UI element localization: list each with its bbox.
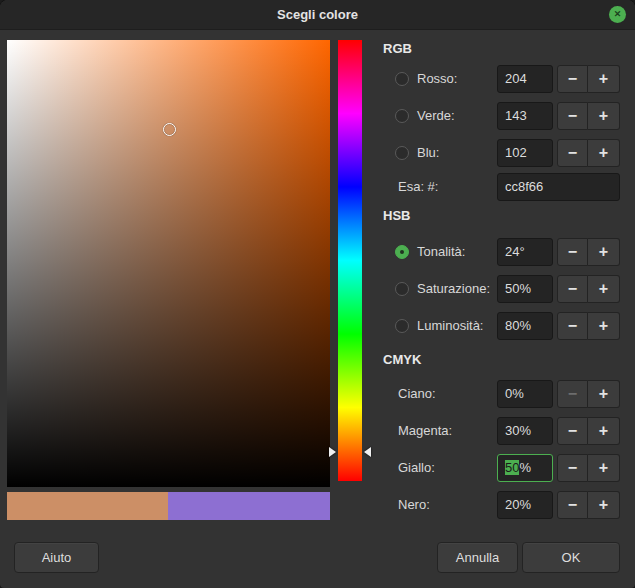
hue-slider[interactable] [338, 40, 362, 481]
row-verde: Verde: 143 − + [383, 102, 620, 130]
radio-blu[interactable] [395, 146, 409, 160]
rosso-label: Rosso: [417, 65, 457, 93]
nero-stepper: − + [557, 491, 620, 519]
nero-label: Nero: [398, 491, 430, 519]
verde-label: Verde: [417, 102, 455, 130]
giallo-field[interactable]: 50% [497, 454, 553, 482]
hue-indicator-left-arrow-icon [329, 447, 336, 457]
row-luminosita: Luminosità: 80% − + [383, 312, 620, 340]
rgb-header: RGB [383, 41, 412, 56]
blu-label: Blu: [417, 139, 439, 167]
hex-label: Esa: #: [398, 173, 438, 201]
giallo-stepper: − + [557, 454, 620, 482]
luminosita-label: Luminosità: [417, 312, 483, 340]
blu-stepper: − + [557, 139, 620, 167]
ciano-plus-button[interactable]: + [588, 380, 620, 408]
nero-field[interactable]: 20% [497, 491, 553, 519]
blu-minus-button[interactable]: − [557, 139, 588, 167]
ok-button[interactable]: OK [522, 542, 620, 573]
hex-field[interactable]: cc8f66 [497, 173, 620, 201]
swatch-previous [168, 492, 330, 520]
magenta-plus-button[interactable]: + [588, 417, 620, 445]
row-tonalita: Tonalità: 24° − + [383, 238, 620, 266]
tonalita-label: Tonalità: [417, 238, 465, 266]
saturazione-stepper: − + [557, 275, 620, 303]
close-button[interactable]: ✕ [609, 6, 626, 23]
radio-saturazione[interactable] [395, 282, 409, 296]
tonalita-stepper: − + [557, 238, 620, 266]
ciano-label: Ciano: [398, 380, 436, 408]
saturazione-plus-button[interactable]: + [588, 275, 620, 303]
blu-plus-button[interactable]: + [588, 139, 620, 167]
ciano-field[interactable]: 0% [497, 380, 553, 408]
magenta-stepper: − + [557, 417, 620, 445]
radio-rosso[interactable] [395, 72, 409, 86]
ciano-stepper: − + [557, 380, 620, 408]
giallo-suffix-text: % [519, 460, 531, 475]
giallo-selected-text: 50 [505, 460, 519, 475]
row-nero: Nero: 20% − + [383, 491, 620, 519]
verde-field[interactable]: 143 [497, 102, 553, 130]
saturazione-field[interactable]: 50% [497, 275, 553, 303]
verde-minus-button[interactable]: − [557, 102, 588, 130]
ciano-minus-button[interactable]: − [557, 380, 588, 408]
giallo-minus-button[interactable]: − [557, 454, 588, 482]
cmyk-header: CMYK [383, 352, 421, 367]
row-saturazione: Saturazione: 50% − + [383, 275, 620, 303]
saturazione-minus-button[interactable]: − [557, 275, 588, 303]
radio-tonalita[interactable] [395, 245, 409, 259]
nero-minus-button[interactable]: − [557, 491, 588, 519]
hsb-header: HSB [383, 208, 410, 223]
rosso-field[interactable]: 204 [497, 65, 553, 93]
row-giallo: Giallo: 50% − + [383, 454, 620, 482]
row-blu: Blu: 102 − + [383, 139, 620, 167]
saturazione-label: Saturazione: [417, 275, 490, 303]
verde-plus-button[interactable]: + [588, 102, 620, 130]
tonalita-field[interactable]: 24° [497, 238, 553, 266]
magenta-field[interactable]: 30% [497, 417, 553, 445]
window-title: Scegli colore [277, 7, 358, 22]
tonalita-minus-button[interactable]: − [557, 238, 588, 266]
nero-plus-button[interactable]: + [588, 491, 620, 519]
blu-field[interactable]: 102 [497, 139, 553, 167]
row-ciano: Ciano: 0% − + [383, 380, 620, 408]
verde-stepper: − + [557, 102, 620, 130]
color-chooser-dialog: Scegli colore ✕ RGB Rosso: 204 − + Verde… [0, 0, 635, 588]
sv-cursor[interactable] [163, 123, 176, 136]
row-hex: Esa: #: cc8f66 [383, 173, 620, 201]
titlebar: Scegli colore ✕ [0, 0, 635, 30]
row-magenta: Magenta: 30% − + [383, 417, 620, 445]
row-rosso: Rosso: 204 − + [383, 65, 620, 93]
swatch-current [7, 492, 168, 520]
luminosita-stepper: − + [557, 312, 620, 340]
luminosita-field[interactable]: 80% [497, 312, 553, 340]
luminosita-plus-button[interactable]: + [588, 312, 620, 340]
cancel-button[interactable]: Annulla [437, 542, 518, 573]
radio-luminosita[interactable] [395, 319, 409, 333]
close-icon: ✕ [614, 10, 622, 19]
tonalita-plus-button[interactable]: + [588, 238, 620, 266]
hue-indicator-right-arrow-icon [364, 447, 371, 457]
sv-square[interactable] [7, 40, 330, 487]
magenta-minus-button[interactable]: − [557, 417, 588, 445]
giallo-label: Giallo: [398, 454, 435, 482]
radio-verde[interactable] [395, 109, 409, 123]
rosso-stepper: − + [557, 65, 620, 93]
rosso-plus-button[interactable]: + [588, 65, 620, 93]
giallo-plus-button[interactable]: + [588, 454, 620, 482]
magenta-label: Magenta: [398, 417, 452, 445]
help-button[interactable]: Aiuto [14, 542, 99, 573]
luminosita-minus-button[interactable]: − [557, 312, 588, 340]
rosso-minus-button[interactable]: − [557, 65, 588, 93]
